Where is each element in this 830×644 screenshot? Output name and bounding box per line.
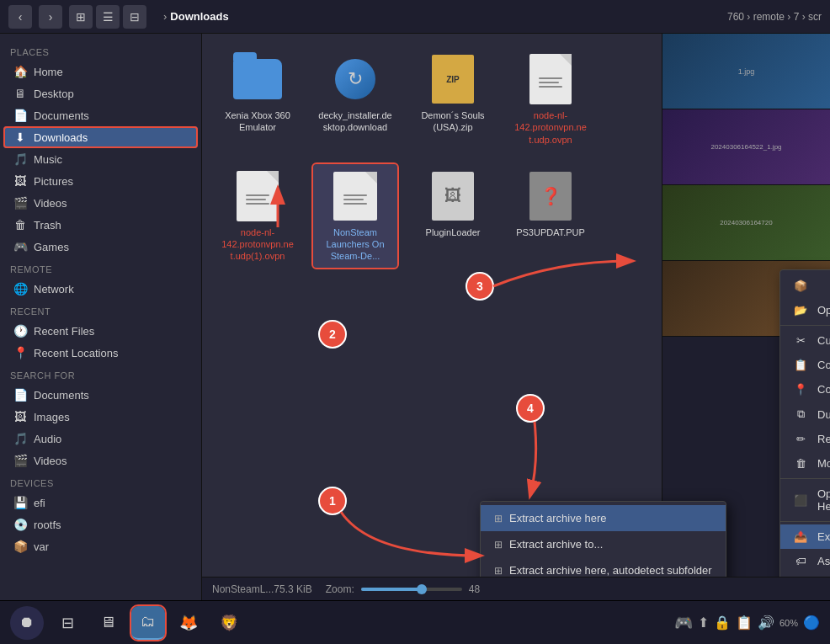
taskbar-app-2[interactable]: ⊟ [51,606,84,640]
var-icon: 📦 [13,540,27,553]
sidebar-item-efi-label: efi [34,497,45,509]
sidebar-item-downloads-label: Downloads [34,131,88,144]
file-item-ps3updat[interactable]: ❓ PS3UPDAT.PUP [508,164,593,268]
efi-icon: 💾 [13,496,27,509]
move-trash-icon: 🗑 [794,457,807,470]
taskbar-icon-2[interactable]: ⬆ [698,615,709,631]
view-compact-button[interactable]: ⊟ [123,5,146,29]
zoom-slider-thumb[interactable] [417,584,427,594]
rename-icon: ✏ [794,433,807,445]
sidebar-item-search-images[interactable]: 🖼 Images [3,406,198,428]
view-list-button[interactable]: ☰ [96,5,120,29]
duplicate-label: Duplicate Here [817,408,830,421]
extract-autodetect-item[interactable]: ⊞ Extract archive here, autodetect subfo… [481,557,726,577]
search-images-icon: 🖼 [13,410,27,423]
sidebar-item-var[interactable]: 📦 var [3,535,198,557]
context-menu-cut[interactable]: ✂ Cut Ctrl+X [780,328,830,353]
context-menu-divider-2 [780,478,830,479]
nonsteam-icon [328,169,382,223]
context-menu-open-ark[interactable]: 📦 Open with Ark [780,274,830,298]
sidebar-item-search-audio[interactable]: 🎵 Audio [3,428,198,450]
extract-here-icon: ⊞ [494,513,503,524]
context-menu-assign-tags[interactable]: 🏷 Assign Tags › [780,549,830,573]
sidebar-item-pictures[interactable]: 🖼 Pictures [3,170,198,192]
context-menu-terminal[interactable]: ⬛ Open Terminal Here Alt+Shift+F1 [780,482,830,519]
view-buttons: ⊞ ☰ ⊟ [69,5,146,29]
context-menu: 📦 Open with Ark 📂 Open With › ✂ Cut Ctrl… [779,269,830,577]
taskbar-icon-6[interactable]: 🔵 [803,615,820,631]
downloads-icon: ⬇ [13,130,27,144]
sidebar-item-trash[interactable]: 🗑 Trash [3,214,198,236]
taskbar-right: 🎮 ⬆ 🔒 📋 🔊 60% 🔵 [674,614,820,632]
extract-here-item[interactable]: ⊞ Extract archive here [481,505,726,531]
sidebar-item-efi[interactable]: 💾 efi [3,492,198,514]
sidebar-item-music[interactable]: 🎵 Music [3,148,198,170]
games-icon: 🎮 [13,240,27,253]
forward-button[interactable]: › [39,5,62,29]
taskbar-app-1[interactable]: ⏺ [10,606,44,640]
titlebar: ‹ › ⊞ ☰ ⊟ › Downloads 760 › remote › 7 ›… [0,0,830,34]
sidebar-item-recent-files[interactable]: 🕐 Recent Files [3,320,198,342]
photo-item-3[interactable]: 20240306164720 [662,185,830,261]
file-item-nonsteam[interactable]: NonSteam Launchers On Steam-De... [313,164,397,268]
view-grid-button[interactable]: ⊞ [69,5,93,29]
taskbar-icon-4[interactable]: 📋 [736,615,753,631]
zoom-bar[interactable]: Zoom: 48 [326,583,480,595]
context-menu-rename[interactable]: ✏ Rename... F2 [780,427,830,451]
sidebar-item-search-documents[interactable]: 📄 Documents [3,384,198,406]
move-trash-label: Move to Trash [817,457,830,470]
photo-item-2[interactable]: 20240306164522_1.jpg [662,109,830,185]
file-item-ovpn1[interactable]: node-nl-142.protonvpn.net.udp.ovpn [508,47,593,151]
taskbar: ⏺ ⊟ 🖥 🗂 🦊 🦁 🎮 ⬆ 🔒 📋 🔊 60% 🔵 [0,600,830,644]
taskbar-icon-5[interactable]: 🔊 [758,615,774,631]
extract-to-item[interactable]: ⊞ Extract archive to... [481,531,726,557]
photo-item-1[interactable]: 1.jpg [662,34,830,109]
steam-icon[interactable]: 🎮 [674,614,693,632]
zoom-slider[interactable] [361,588,462,591]
extract-label: Extract [817,530,830,543]
breadcrumb-current[interactable]: Downloads [170,10,228,23]
sidebar-item-recent-locations[interactable]: 📍 Recent Locations [3,342,198,364]
file-item-pluginloader[interactable]: 🖼 PluginLoader [411,164,495,268]
context-menu-open-with[interactable]: 📂 Open With › [780,298,830,322]
sidebar-item-rootfs[interactable]: 💿 rootfs [3,514,198,535]
taskbar-app-files[interactable]: 🗂 [131,606,165,640]
taskbar-icon-3[interactable]: 🔒 [714,615,731,631]
sidebar-item-games[interactable]: 🎮 Games [3,236,198,258]
sidebar-item-rootfs-label: rootfs [34,519,61,531]
videos-icon: 🎬 [13,196,27,210]
taskbar-app-brave[interactable]: 🦁 [212,606,246,640]
sidebar-item-downloads[interactable]: ⬇ Downloads [3,126,198,148]
sidebar-item-search-videos[interactable]: 🎬 Videos [3,450,198,471]
terminal-label: Open Terminal Here [817,487,830,513]
file-item-demon-souls[interactable]: ZIP Demon´s Souls (USA).zip [411,47,495,151]
context-menu-duplicate[interactable]: ⧉ Duplicate Here Ctrl+D [780,402,830,427]
context-menu-activities[interactable]: ◉ Activities › [780,573,830,577]
sidebar-item-videos[interactable]: 🎬 Videos [3,192,198,214]
taskbar-app-firefox[interactable]: 🦊 [172,606,205,640]
file-item-ovpn2[interactable]: node-nl-142.protonvpn.net.udp(1).ovpn [215,164,300,268]
assign-tags-label: Assign Tags [817,555,830,567]
taskbar-app-terminal[interactable]: 🖥 [91,606,125,640]
pluginloader-file-name: PluginLoader [426,226,481,238]
extract-icon: 📤 [794,530,807,543]
terminal-icon: ⬛ [794,494,807,507]
ovpn1-icon [524,52,577,106]
sidebar-item-home[interactable]: 🏠 Home [3,61,198,82]
file-item-xenia[interactable]: Xenia Xbox 360 Emulator [215,47,300,151]
context-menu-copy-location[interactable]: 📍 Copy Location Ctrl+Alt+C [780,377,830,402]
back-button[interactable]: ‹ [8,5,32,29]
context-menu-copy[interactable]: 📋 Copy Ctrl+C [780,353,830,377]
statusbar-filename: NonSteamL...75.3 KiB [212,583,312,595]
demon-souls-icon: ZIP [426,52,480,106]
sidebar-item-documents[interactable]: 📄 Documents [3,104,198,126]
context-menu-move-trash[interactable]: 🗑 Move to Trash Del [780,451,830,476]
search-section-title: Search For [0,364,201,384]
sidebar-item-desktop[interactable]: 🖥 Desktop [3,82,198,104]
ps3updat-icon: ❓ [524,169,577,223]
search-documents-icon: 📄 [13,388,27,402]
sidebar-item-network[interactable]: 🌐 Network [3,278,198,300]
context-menu-extract[interactable]: 📤 Extract › [780,524,830,549]
file-item-decky[interactable]: ↻ decky_installer.desktop.download [313,47,397,151]
rootfs-icon: 💿 [13,518,27,531]
